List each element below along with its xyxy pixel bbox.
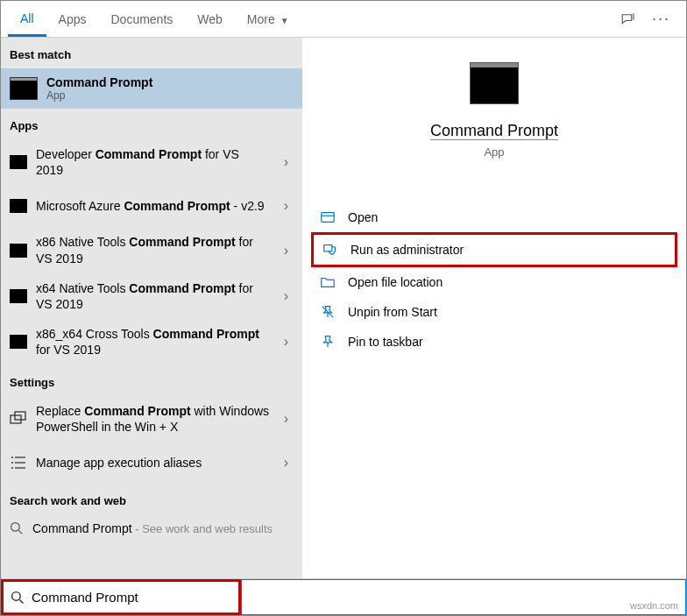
section-apps: Apps [1,109,302,139]
open-icon [320,209,336,225]
watermark: wsxdn.com [630,600,678,611]
more-options-icon[interactable]: ··· [652,10,670,28]
tab-web[interactable]: Web [185,4,235,35]
command-prompt-icon [10,244,27,258]
section-settings: Settings [1,365,302,396]
app-result[interactable]: x86 Native Tools Command Prompt for VS 2… [1,227,302,273]
list-icon [10,454,27,471]
folder-icon [320,274,336,290]
command-prompt-icon [10,335,27,349]
setting-result[interactable]: Manage app execution aliases › [1,442,302,484]
chevron-right-icon[interactable]: › [279,455,294,471]
best-match-subtitle: App [46,89,152,102]
tab-apps[interactable]: Apps [46,4,99,35]
web-result[interactable]: Command Prompt - See work and web result… [1,514,302,542]
action-unpin-from-start[interactable]: Unpin from Start [311,297,677,327]
svg-line-17 [19,599,23,603]
command-prompt-icon [10,155,27,169]
search-icon [10,521,24,535]
chevron-right-icon[interactable]: › [279,243,294,258]
action-open[interactable]: Open [311,202,677,232]
search-bar-extension[interactable] [241,579,686,615]
command-prompt-icon [470,62,519,104]
svg-rect-10 [322,213,334,223]
chevron-right-icon[interactable]: › [279,411,294,427]
best-match-result[interactable]: Command Prompt App [1,68,302,109]
preview-panel: Command Prompt App Open Run as administr… [302,38,686,578]
admin-shield-icon [322,242,338,258]
chevron-down-icon: ▼ [280,16,289,25]
app-result[interactable]: x86_x64 Cross Tools Command Prompt for V… [1,319,302,365]
setting-result[interactable]: Replace Command Prompt with Windows Powe… [1,396,302,442]
results-panel: Best match Command Prompt App Apps Devel… [1,38,302,578]
app-result[interactable]: x64 Native Tools Command Prompt for VS 2… [1,273,302,319]
preview-title[interactable]: Command Prompt [430,122,558,140]
svg-point-8 [11,522,20,531]
svg-point-16 [12,591,21,600]
app-result[interactable]: Microsoft Azure Command Prompt - v2.9 › [1,185,302,227]
search-icon [11,591,25,605]
tab-more[interactable]: More ▼ [235,4,301,35]
command-prompt-icon [10,289,27,303]
tab-documents[interactable]: Documents [98,4,185,35]
search-bar [1,578,686,615]
svg-rect-12 [324,245,332,251]
feedback-icon[interactable] [620,11,636,27]
unpin-icon [320,304,336,320]
chevron-right-icon[interactable]: › [279,288,294,304]
best-match-title: Command Prompt [46,75,152,89]
action-pin-to-taskbar[interactable]: Pin to taskbar [311,327,677,357]
replace-icon [10,410,27,428]
search-input[interactable] [32,590,231,605]
app-result[interactable]: Developer Command Prompt for VS 2019 › [1,139,302,185]
chevron-right-icon[interactable]: › [279,198,294,214]
action-run-as-administrator[interactable]: Run as administrator [311,232,677,267]
filter-tabs: All Apps Documents Web More ▼ ··· [1,1,686,38]
command-prompt-icon [10,199,27,213]
preview-subtitle: App [484,145,504,159]
chevron-right-icon[interactable]: › [279,154,294,170]
section-best-match: Best match [1,38,302,68]
pin-icon [320,334,336,350]
command-prompt-icon [10,77,38,100]
tab-all[interactable]: All [8,3,46,37]
action-open-file-location[interactable]: Open file location [311,267,677,297]
section-web: Search work and web [1,484,302,514]
svg-line-9 [18,530,22,534]
chevron-right-icon[interactable]: › [279,334,294,350]
